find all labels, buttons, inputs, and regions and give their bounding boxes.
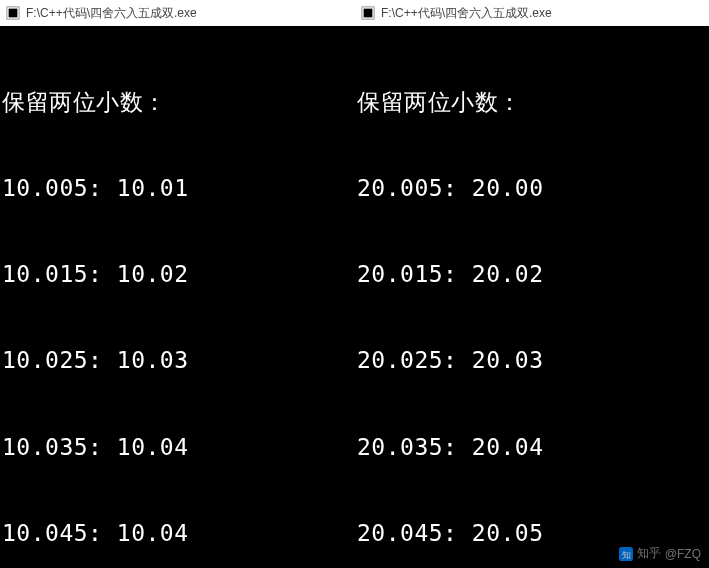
output-row: 20.005: 20.00 xyxy=(357,174,707,203)
window-title: F:\C++代码\四舍六入五成双.exe xyxy=(381,5,552,22)
window-title: F:\C++代码\四舍六入五成双.exe xyxy=(26,5,197,22)
output-row: 20.035: 20.04 xyxy=(357,433,707,462)
header-line: 保留两位小数： xyxy=(2,88,353,117)
console-window-left: F:\C++代码\四舍六入五成双.exe 保留两位小数： 10.005: 10.… xyxy=(0,0,355,568)
watermark: 知 知乎 @FZQ xyxy=(619,545,701,562)
console-output[interactable]: 保留两位小数： 10.005: 10.01 10.015: 10.02 10.0… xyxy=(0,26,355,568)
output-row: 20.015: 20.02 xyxy=(357,260,707,289)
titlebar[interactable]: F:\C++代码\四舍六入五成双.exe xyxy=(0,0,355,26)
svg-rect-3 xyxy=(364,9,373,18)
output-row: 10.005: 10.01 xyxy=(2,174,353,203)
output-row: 10.015: 10.02 xyxy=(2,260,353,289)
header-line: 保留两位小数： xyxy=(357,88,707,117)
svg-rect-1 xyxy=(9,9,18,18)
output-row: 20.045: 20.05 xyxy=(357,519,707,548)
svg-text:知: 知 xyxy=(621,549,630,559)
zhihu-icon: 知 xyxy=(619,547,633,561)
output-row: 10.025: 10.03 xyxy=(2,346,353,375)
app-icon xyxy=(361,6,375,20)
watermark-platform: 知乎 xyxy=(637,545,661,562)
app-icon xyxy=(6,6,20,20)
watermark-handle: @FZQ xyxy=(665,547,701,561)
titlebar[interactable]: F:\C++代码\四舍六入五成双.exe xyxy=(355,0,709,26)
console-output[interactable]: 保留两位小数： 20.005: 20.00 20.015: 20.02 20.0… xyxy=(355,26,709,568)
output-row: 10.035: 10.04 xyxy=(2,433,353,462)
console-window-right: F:\C++代码\四舍六入五成双.exe 保留两位小数： 20.005: 20.… xyxy=(355,0,709,568)
output-row: 20.025: 20.03 xyxy=(357,346,707,375)
output-row: 10.045: 10.04 xyxy=(2,519,353,548)
